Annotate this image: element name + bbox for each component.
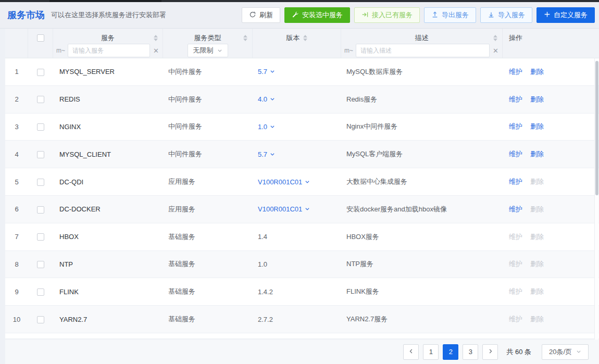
delete-link[interactable]: 删除: [530, 122, 544, 130]
refresh-icon: [249, 11, 256, 20]
page-button-3[interactable]: 3: [463, 344, 478, 360]
install-selected-button[interactable]: 安装选中服务: [284, 7, 350, 23]
version-select[interactable]: V100R001C01: [258, 178, 310, 186]
service-name: MYSQL_CLIENT: [53, 150, 163, 158]
description-filter-input[interactable]: [356, 44, 490, 57]
version-select[interactable]: 1.0: [258, 123, 275, 131]
clear-icon[interactable]: ✕: [492, 47, 499, 55]
service-description: FLINK服务: [341, 287, 503, 296]
sort-icon[interactable]: [243, 35, 247, 41]
row-checkbox[interactable]: [37, 206, 44, 214]
install-icon: [292, 11, 299, 20]
service-filter-input[interactable]: [68, 44, 150, 57]
maintain-link[interactable]: 维护: [509, 150, 522, 158]
maintain-link[interactable]: 维护: [509, 95, 522, 103]
delete-link[interactable]: 删除: [530, 315, 544, 323]
maintain-link[interactable]: 维护: [509, 122, 522, 130]
service-type: 基础服务: [163, 315, 253, 324]
delete-link[interactable]: 删除: [530, 260, 544, 268]
service-name: FLINK: [53, 288, 163, 296]
service-name: HBOX: [53, 233, 163, 241]
page-size-select[interactable]: 20条/页: [542, 344, 589, 360]
connect-existing-button[interactable]: 接入已有服务: [354, 7, 420, 23]
delete-link[interactable]: 删除: [530, 150, 544, 158]
service-description: 安装docker服务and加载hbox镜像: [341, 205, 503, 214]
service-description: MySQL数据库服务: [341, 67, 503, 77]
maintain-link[interactable]: 维护: [509, 68, 522, 76]
scrollbar-thumb[interactable]: [595, 61, 598, 195]
maintain-link[interactable]: 维护: [509, 287, 522, 295]
row-checkbox[interactable]: [37, 316, 44, 323]
table-row: 4 MYSQL_CLIENT 中间件服务 5.7 MySQL客户端服务 维护删除: [5, 141, 599, 168]
toolbar-buttons: 刷新 安装选中服务 接入已有服务 导出服务 导入服务 自定义服务: [242, 7, 595, 23]
service-type: 基础服务: [163, 287, 253, 296]
next-page-button[interactable]: [482, 344, 498, 360]
sort-icon[interactable]: [493, 35, 497, 41]
service-description: MySQL客户端服务: [341, 149, 503, 159]
delete-link[interactable]: 删除: [530, 68, 544, 76]
version-select[interactable]: 4.0: [258, 95, 275, 103]
service-type: 中间件服务: [163, 67, 253, 77]
match-mode-label[interactable]: m~: [344, 47, 353, 54]
service-type: 中间件服务: [163, 95, 253, 104]
vertical-scrollbar[interactable]: [594, 58, 598, 340]
page-subtitle: 可以在这里选择系统服务进行安装部署: [51, 10, 242, 20]
sort-icon[interactable]: [154, 35, 158, 41]
delete-link[interactable]: 删除: [530, 95, 544, 103]
partial-row: [5, 333, 599, 339]
maintain-link[interactable]: 维护: [509, 205, 522, 213]
services-table: 服务 m~ ✕ 服务类型 无限制 版本: [5, 29, 599, 339]
row-checkbox[interactable]: [37, 96, 44, 103]
import-icon: [488, 11, 495, 20]
row-checkbox[interactable]: [37, 123, 44, 131]
row-checkbox[interactable]: [37, 69, 44, 76]
page-button-1[interactable]: 1: [423, 344, 439, 360]
version-select[interactable]: V100R001C01: [258, 205, 310, 213]
row-checkbox[interactable]: [37, 151, 44, 158]
service-name: DC-DOCKER: [53, 205, 163, 213]
service-description: Redis服务: [341, 95, 503, 104]
select-all-checkbox[interactable]: [37, 34, 44, 42]
version-select[interactable]: 5.7: [258, 150, 275, 158]
table-header: 服务 m~ ✕ 服务类型 无限制 版本: [5, 29, 599, 58]
browser-tab-segment: [49, 0, 161, 2]
chevron-down-icon: [217, 47, 222, 55]
service-column-header: 服务 m~ ✕: [53, 29, 163, 58]
delete-link[interactable]: 删除: [530, 178, 544, 185]
description-column-header: 描述 m~ ✕: [341, 29, 503, 58]
maintain-link[interactable]: 维护: [509, 315, 522, 323]
chevron-down-icon: [270, 68, 275, 76]
type-filter-select[interactable]: 无限制: [188, 44, 228, 57]
table-row: 5 DC-QDI 应用服务 V100R001C01 大数据中心集成服务 维护删除: [5, 168, 599, 196]
refresh-button[interactable]: 刷新: [242, 7, 280, 23]
row-checkbox[interactable]: [37, 233, 44, 241]
delete-link[interactable]: 删除: [530, 287, 544, 295]
table-row: 7 HBOX 基础服务 1.4 HBOX服务 维护删除: [5, 223, 599, 251]
row-checkbox[interactable]: [37, 288, 44, 296]
row-checkbox[interactable]: [37, 179, 44, 186]
version-select[interactable]: 5.7: [258, 68, 275, 76]
page-button-2-active[interactable]: 2: [443, 344, 458, 360]
total-count-label: 共 60 条: [506, 347, 531, 357]
maintain-link[interactable]: 维护: [509, 178, 522, 185]
custom-service-button[interactable]: 自定义服务: [536, 7, 595, 23]
sort-icon[interactable]: [303, 35, 307, 41]
delete-link[interactable]: 删除: [530, 205, 544, 213]
service-name: YARN2.7: [53, 316, 163, 323]
browser-top-strip: [0, 0, 599, 2]
service-name: DC-QDI: [53, 178, 163, 186]
maintain-link[interactable]: 维护: [509, 233, 522, 241]
prev-page-button[interactable]: [403, 344, 419, 360]
maintain-link[interactable]: 维护: [509, 260, 522, 268]
service-version: 2.7.2: [253, 316, 341, 323]
index-column-header: [5, 29, 28, 58]
pagination-bar: 1 2 3 共 60 条 20条/页: [5, 340, 599, 364]
clear-icon[interactable]: ✕: [153, 47, 159, 55]
delete-link[interactable]: 删除: [530, 233, 544, 241]
import-services-button[interactable]: 导入服务: [480, 7, 532, 23]
row-checkbox[interactable]: [37, 261, 44, 268]
chevron-down-icon: [305, 178, 310, 186]
chevron-down-icon: [305, 205, 310, 213]
match-mode-label[interactable]: m~: [56, 47, 65, 54]
export-services-button[interactable]: 导出服务: [424, 7, 476, 23]
